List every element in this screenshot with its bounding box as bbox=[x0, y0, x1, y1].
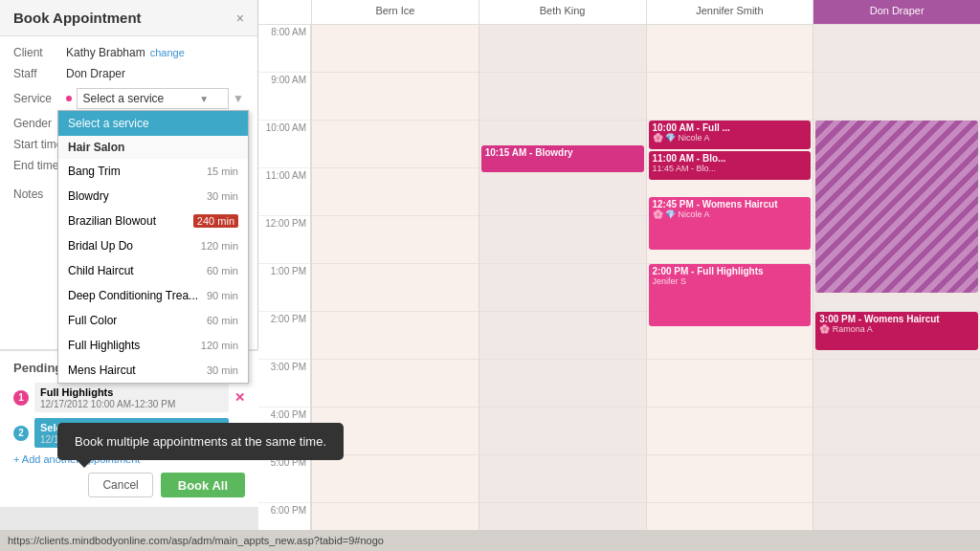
time-slot: 8:00 AM bbox=[258, 25, 310, 73]
appointment-title: 11:00 AM - Blo... bbox=[653, 153, 808, 164]
cal-col-header-2[interactable]: Jennifer Smith bbox=[646, 0, 813, 24]
appointment-title: 10:00 AM - Full ... bbox=[653, 122, 808, 133]
dropdown-item-label: Brazilian Blowout bbox=[68, 214, 156, 228]
panel-header: Book Appointment × bbox=[0, 0, 257, 36]
pending-number-1: 1 bbox=[13, 390, 29, 406]
cal-cell bbox=[647, 455, 813, 503]
cal-cell bbox=[479, 360, 646, 408]
cal-cell bbox=[312, 25, 479, 73]
dropdown-item-duration: 15 min bbox=[207, 165, 238, 177]
time-slot: 10:00 AM bbox=[258, 121, 310, 168]
cal-col-header-3[interactable]: Don Draper bbox=[813, 0, 980, 24]
book-all-button[interactable]: Book All bbox=[161, 473, 245, 497]
filter-icon[interactable]: ▼ bbox=[233, 92, 244, 105]
dropdown-item[interactable]: Bridal Up Do120 min bbox=[58, 233, 248, 258]
appointment[interactable]: 10:00 AM - Full ...🌸 💎 Nicole A bbox=[649, 121, 812, 149]
dropdown-item[interactable]: Blowdry30 min bbox=[58, 184, 248, 209]
cal-cell bbox=[647, 25, 813, 73]
dropdown-item-duration: 60 min bbox=[207, 265, 238, 276]
dropdown-item[interactable]: Full Highlights120 min bbox=[58, 333, 248, 358]
time-slot: 3:00 PM bbox=[258, 360, 310, 408]
appointment[interactable]: 3:00 PM - Womens Haircut🌸 Ramona A bbox=[815, 312, 978, 350]
staff-name: Don Draper bbox=[66, 67, 125, 80]
bottom-buttons: Cancel Book All bbox=[13, 473, 245, 497]
pending-number-2: 2 bbox=[13, 426, 29, 441]
dropdown-item[interactable]: Child Haircut60 min bbox=[58, 258, 248, 283]
pending-delete-button[interactable]: ✕ bbox=[234, 390, 245, 405]
cal-cell bbox=[479, 408, 646, 455]
cal-cell bbox=[479, 73, 646, 121]
cal-column-2[interactable]: 10:00 AM - Full ...🌸 💎 Nicole A11:00 AM … bbox=[646, 25, 813, 551]
cal-cell bbox=[312, 121, 479, 168]
appointment[interactable]: 2:00 PM - Full HighlightsJenifer S bbox=[649, 264, 812, 326]
cancel-button[interactable]: Cancel bbox=[88, 473, 152, 497]
tooltip: Book multiple appointments at the same t… bbox=[57, 423, 344, 460]
cal-cell bbox=[312, 455, 479, 503]
dropdown-item-duration: 240 min bbox=[193, 214, 238, 228]
client-label: Client bbox=[13, 46, 66, 59]
cal-cell bbox=[813, 455, 980, 503]
dropdown-item[interactable]: Deep Conditioning Trea...90 min bbox=[58, 283, 248, 308]
client-name: Kathy Brabham bbox=[66, 46, 145, 59]
service-row: Service Select a service ▼ ▼ bbox=[13, 88, 244, 109]
cal-cell bbox=[479, 25, 646, 73]
dropdown-item-label: Child Haircut bbox=[68, 264, 134, 277]
tooltip-text: Book multiple appointments at the same t… bbox=[75, 434, 326, 449]
dropdown-item[interactable]: Hair Salon bbox=[58, 136, 248, 159]
dropdown-item[interactable]: Full Color60 min bbox=[58, 308, 248, 333]
cal-col-header-1[interactable]: Beth King bbox=[479, 0, 646, 24]
striped-block bbox=[815, 121, 978, 293]
dropdown-item-label: Mens Haircut bbox=[68, 364, 136, 377]
cal-cell bbox=[312, 360, 479, 408]
dropdown-item-duration: 120 min bbox=[201, 340, 238, 351]
cal-cell bbox=[479, 216, 646, 264]
close-button[interactable]: × bbox=[236, 11, 244, 26]
cal-cell bbox=[312, 73, 479, 121]
cal-cell bbox=[312, 264, 479, 312]
cal-cell bbox=[647, 360, 813, 408]
change-link[interactable]: change bbox=[150, 47, 185, 58]
time-slot: 2:00 PM bbox=[258, 312, 310, 360]
appointment-subtitle: Jenifer S bbox=[653, 276, 808, 286]
cal-cell bbox=[813, 408, 980, 455]
appointment-title: 3:00 PM - Womens Haircut bbox=[819, 314, 974, 324]
client-row: Client Kathy Brabham change bbox=[13, 46, 244, 59]
dropdown-arrow-icon: ▼ bbox=[199, 94, 209, 104]
dropdown-item-label: Bridal Up Do bbox=[68, 239, 133, 253]
status-bar: https://clients.mindbodyonline.com/asp/a… bbox=[0, 530, 980, 551]
cal-col-header-0[interactable]: Bern Ice bbox=[311, 0, 479, 24]
dropdown-item-label: Blowdry bbox=[68, 189, 109, 203]
cal-column-0[interactable] bbox=[311, 25, 479, 551]
dropdown-item[interactable]: Mens Haircut30 min bbox=[58, 358, 248, 383]
cal-cell bbox=[479, 264, 646, 312]
cal-cell bbox=[479, 312, 646, 360]
cal-column-3[interactable]: 3:00 PM - Womens Haircut🌸 Ramona A bbox=[813, 25, 980, 551]
service-select-text: Select a service bbox=[83, 92, 165, 105]
staff-label: Staff bbox=[13, 67, 66, 80]
cal-column-1[interactable]: 10:15 AM - Blowdry bbox=[479, 25, 646, 551]
appointment[interactable]: 10:15 AM - Blowdry bbox=[481, 145, 644, 172]
service-dropdown: Select a serviceHair SalonBang Trim15 mi… bbox=[57, 110, 249, 384]
dropdown-item[interactable]: Bang Trim15 min bbox=[58, 159, 248, 184]
dropdown-item-label: Full Color bbox=[68, 314, 117, 327]
calendar-area: Bern IceBeth KingJennifer SmithDon Drape… bbox=[258, 0, 980, 551]
service-select[interactable]: Select a service ▼ bbox=[77, 88, 230, 109]
time-gutter: 8:00 AM9:00 AM10:00 AM11:00 AM12:00 PM1:… bbox=[258, 25, 311, 551]
cal-cell bbox=[312, 168, 479, 216]
cal-cell bbox=[479, 168, 646, 216]
pending-item[interactable]: 1Full Highlights12/17/2012 10:00 AM-12:3… bbox=[13, 383, 245, 412]
appointment-title: 2:00 PM - Full Highlights bbox=[653, 266, 808, 276]
appointment-subtitle: 🌸 💎 Nicole A bbox=[653, 133, 808, 143]
appointment-subtitle: 🌸 Ramona A bbox=[819, 324, 974, 334]
cal-cell bbox=[813, 25, 980, 73]
dropdown-item[interactable]: Select a service bbox=[58, 111, 248, 136]
appointment-subtitle: 11:45 AM - Blo... bbox=[653, 164, 808, 173]
dropdown-item-label: Deep Conditioning Trea... bbox=[68, 289, 198, 302]
staff-row: Staff Don Draper bbox=[13, 67, 244, 80]
calendar-body: 8:00 AM9:00 AM10:00 AM11:00 AM12:00 PM1:… bbox=[258, 25, 980, 551]
calendar-columns: 10:15 AM - Blowdry10:00 AM - Full ...🌸 💎… bbox=[311, 25, 980, 551]
time-slot: 5:00 PM bbox=[258, 455, 310, 503]
appointment[interactable]: 12:45 PM - Womens Haircut🌸 💎 Nicole A bbox=[649, 197, 812, 250]
appointment[interactable]: 11:00 AM - Blo...11:45 AM - Blo... bbox=[649, 151, 812, 180]
dropdown-item[interactable]: Brazilian Blowout240 min bbox=[58, 209, 248, 233]
